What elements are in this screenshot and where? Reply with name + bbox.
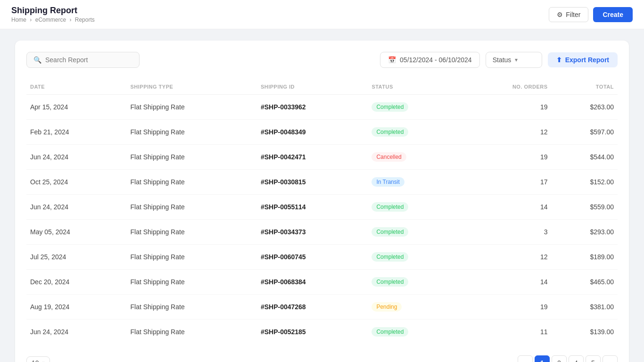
cell-id: #SHP-0055114 bbox=[257, 195, 368, 220]
status-badge: In Transit bbox=[372, 177, 404, 187]
prev-page-button[interactable]: ‹ bbox=[518, 355, 533, 362]
table-row: Jun 24, 2024 Flat Shipping Rate #SHP-005… bbox=[26, 195, 618, 220]
cell-total: $152.00 bbox=[552, 170, 618, 195]
cell-orders: 17 bbox=[462, 170, 552, 195]
status-label: Status bbox=[493, 56, 512, 64]
cell-status: Completed bbox=[368, 120, 461, 145]
cell-total: $544.00 bbox=[552, 145, 618, 170]
cell-status: Completed bbox=[368, 270, 461, 295]
status-badge: Completed bbox=[372, 277, 408, 287]
page-title: Shipping Report bbox=[11, 6, 95, 16]
status-badge: Completed bbox=[372, 102, 408, 112]
cell-status: Completed bbox=[368, 95, 461, 120]
status-badge: Cancelled bbox=[372, 152, 406, 162]
filter-button[interactable]: ⚙ Filter bbox=[549, 7, 588, 22]
status-badge: Completed bbox=[372, 327, 408, 337]
page-1-button[interactable]: 1 bbox=[535, 355, 550, 362]
status-badge: Completed bbox=[372, 202, 408, 212]
table-row: Dec 20, 2024 Flat Shipping Rate #SHP-006… bbox=[26, 270, 618, 295]
cell-orders: 11 bbox=[462, 320, 552, 345]
table-row: Jun 24, 2024 Flat Shipping Rate #SHP-004… bbox=[26, 145, 618, 170]
cell-type: Flat Shipping Rate bbox=[126, 270, 256, 295]
per-page-value: 10 bbox=[32, 359, 39, 362]
status-badge: Completed bbox=[372, 127, 408, 137]
page-2-button[interactable]: 2 bbox=[552, 355, 567, 362]
page-5-button[interactable]: 5 bbox=[586, 355, 601, 362]
search-wrapper[interactable]: 🔍 bbox=[26, 52, 140, 68]
cell-orders: 14 bbox=[462, 270, 552, 295]
table-container: DATE SHIPPING TYPE SHIPPING ID STATUS NO… bbox=[26, 79, 618, 344]
cell-orders: 19 bbox=[462, 295, 552, 320]
page-title-area: Shipping Report Home › eCommerce › Repor… bbox=[11, 6, 95, 23]
search-input[interactable] bbox=[45, 56, 132, 64]
export-report-button[interactable]: ⬆ Export Report bbox=[548, 52, 618, 67]
cell-orders: 19 bbox=[462, 95, 552, 120]
report-card: 🔍 📅 05/12/2024 - 06/10/2024 Status ▾ ⬆ E… bbox=[15, 41, 629, 362]
shipping-table: DATE SHIPPING TYPE SHIPPING ID STATUS NO… bbox=[26, 79, 618, 344]
export-icon: ⬆ bbox=[556, 56, 562, 64]
breadcrumb-reports[interactable]: Reports bbox=[75, 16, 95, 23]
cell-orders: 3 bbox=[462, 220, 552, 245]
page-nav: ‹ 1 2 4 5 › bbox=[518, 355, 618, 362]
cell-orders: 12 bbox=[462, 245, 552, 270]
cell-date: Feb 21, 2024 bbox=[26, 120, 126, 145]
main-content: 🔍 📅 05/12/2024 - 06/10/2024 Status ▾ ⬆ E… bbox=[0, 29, 644, 362]
create-button[interactable]: Create bbox=[593, 7, 633, 22]
cell-total: $559.00 bbox=[552, 195, 618, 220]
cell-total: $263.00 bbox=[552, 95, 618, 120]
table-row: May 05, 2024 Flat Shipping Rate #SHP-003… bbox=[26, 220, 618, 245]
table-row: Jul 25, 2024 Flat Shipping Rate #SHP-006… bbox=[26, 245, 618, 270]
cell-type: Flat Shipping Rate bbox=[126, 295, 256, 320]
cell-type: Flat Shipping Rate bbox=[126, 320, 256, 345]
cell-date: Jun 24, 2024 bbox=[26, 320, 126, 345]
breadcrumb-ecommerce[interactable]: eCommerce bbox=[35, 16, 66, 23]
cell-id: #SHP-0048349 bbox=[257, 120, 368, 145]
cell-total: $139.00 bbox=[552, 320, 618, 345]
cell-type: Flat Shipping Rate bbox=[126, 195, 256, 220]
col-total: TOTAL bbox=[552, 79, 618, 95]
cell-type: Flat Shipping Rate bbox=[126, 245, 256, 270]
table-row: Feb 21, 2024 Flat Shipping Rate #SHP-004… bbox=[26, 120, 618, 145]
export-label: Export Report bbox=[565, 56, 609, 64]
table-row: Jun 24, 2024 Flat Shipping Rate #SHP-005… bbox=[26, 320, 618, 345]
per-page-selector[interactable]: 10 ▾ bbox=[26, 356, 50, 362]
cell-date: Apr 15, 2024 bbox=[26, 95, 126, 120]
filter-icon: ⚙ bbox=[557, 11, 563, 18]
cell-type: Flat Shipping Rate bbox=[126, 95, 256, 120]
status-badge: Completed bbox=[372, 252, 408, 262]
toolbar-right: 📅 05/12/2024 - 06/10/2024 Status ▾ ⬆ Exp… bbox=[380, 52, 618, 68]
col-shipping-type: SHIPPING TYPE bbox=[126, 79, 256, 95]
page-4-button[interactable]: 4 bbox=[569, 355, 584, 362]
cell-status: Completed bbox=[368, 320, 461, 345]
col-status: STATUS bbox=[368, 79, 461, 95]
per-page-chevron-icon: ▾ bbox=[42, 360, 45, 362]
table-body: Apr 15, 2024 Flat Shipping Rate #SHP-003… bbox=[26, 95, 618, 345]
filter-label: Filter bbox=[566, 11, 580, 18]
cell-date: Jun 24, 2024 bbox=[26, 145, 126, 170]
breadcrumb: Home › eCommerce › Reports bbox=[11, 16, 95, 23]
status-badge: Pending bbox=[372, 302, 402, 312]
breadcrumb-home[interactable]: Home bbox=[11, 16, 26, 23]
cell-status: Completed bbox=[368, 220, 461, 245]
cell-id: #SHP-0060745 bbox=[257, 245, 368, 270]
cell-orders: 12 bbox=[462, 120, 552, 145]
cell-type: Flat Shipping Rate bbox=[126, 170, 256, 195]
date-range-button[interactable]: 📅 05/12/2024 - 06/10/2024 bbox=[380, 52, 480, 68]
table-row: Aug 19, 2024 Flat Shipping Rate #SHP-004… bbox=[26, 295, 618, 320]
cell-status: Completed bbox=[368, 195, 461, 220]
status-dropdown[interactable]: Status ▾ bbox=[486, 52, 542, 68]
search-icon: 🔍 bbox=[33, 56, 41, 64]
cell-status: Completed bbox=[368, 245, 461, 270]
next-page-button[interactable]: › bbox=[603, 355, 618, 362]
cell-date: Dec 20, 2024 bbox=[26, 270, 126, 295]
cell-total: $381.00 bbox=[552, 295, 618, 320]
cell-date: Aug 19, 2024 bbox=[26, 295, 126, 320]
cell-status: In Transit bbox=[368, 170, 461, 195]
cell-total: $293.00 bbox=[552, 220, 618, 245]
table-header: DATE SHIPPING TYPE SHIPPING ID STATUS NO… bbox=[26, 79, 618, 95]
cell-type: Flat Shipping Rate bbox=[126, 120, 256, 145]
date-range-value: 05/12/2024 - 06/10/2024 bbox=[400, 56, 472, 64]
cell-type: Flat Shipping Rate bbox=[126, 220, 256, 245]
cell-id: #SHP-0052185 bbox=[257, 320, 368, 345]
cell-date: Jul 25, 2024 bbox=[26, 245, 126, 270]
